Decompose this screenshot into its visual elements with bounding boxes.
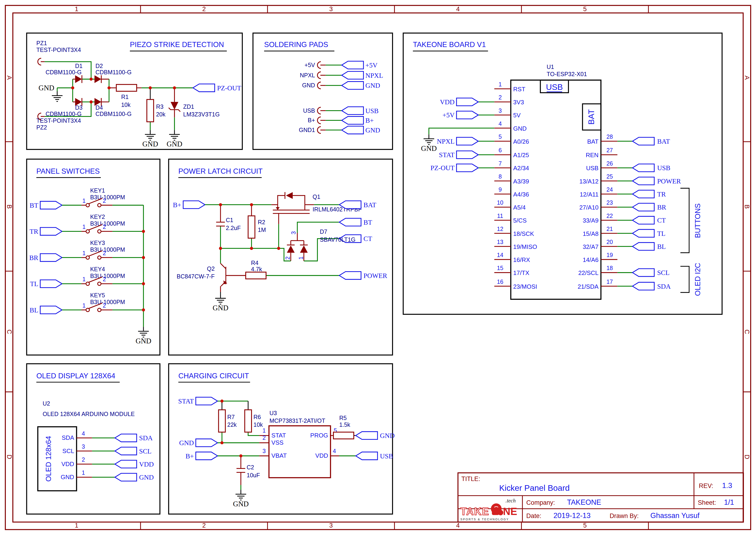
netlabel-power-out: POWER [657,178,681,185]
netlabel-pz-out: PZ-OUT [217,84,241,92]
gnd-symbol-switches[interactable] [138,327,149,337]
netflag-usb[interactable] [341,107,364,115]
netflag-gnd-prog[interactable] [356,432,378,439]
netflag-sda-oled[interactable] [115,434,137,442]
pad-pin-bplus[interactable] [317,117,321,124]
u2-pin-scl-num: 3 [82,443,85,450]
schematic-canvas[interactable]: 1 2 3 4 5 1 2 3 4 5 A B C D A B C D PIEZ… [0,0,756,535]
netflag-bt[interactable] [40,201,62,209]
netflag-tr[interactable] [633,190,654,198]
capacitor-c1[interactable] [216,222,225,226]
pad-row-5v[interactable]: +5V +5V [305,61,378,69]
netflag-npxl[interactable] [341,71,364,79]
netflag-bl[interactable] [633,242,654,250]
netflag-npxl-in[interactable] [457,137,478,145]
frame-row-a-left: A [6,76,13,80]
netflag-power-latch[interactable] [339,272,361,279]
mosfet-q1[interactable] [273,192,310,213]
svg-text:3: 3 [499,107,502,114]
pad-pin-5v[interactable] [317,62,321,69]
netflag-vdd[interactable] [457,98,478,106]
resistor-r4[interactable] [246,272,266,279]
diode-d7-b[interactable] [300,245,308,253]
gnd-symbol-bridge[interactable] [52,91,63,101]
resistor-r7[interactable] [219,410,225,432]
bracket-buttons-label: BUTTONS [694,204,702,238]
netflag-tl[interactable] [633,230,654,237]
switch-row-bl[interactable]: BL KEY5 B3U-1000PM 1 2 [30,292,143,314]
netflag-usb-chg[interactable] [356,452,378,460]
netflag-ct[interactable] [633,216,654,224]
gnd-symbol-zd1[interactable] [169,130,180,140]
title-block: TITLE: Kicker Panel Board REV: 1.3 Compa… [458,473,743,522]
netflag-bat-out[interactable] [633,137,654,145]
svg-text:12: 12 [497,226,503,232]
resistor-r5[interactable] [334,432,354,439]
pad-row-gnd[interactable]: GND GND [302,81,380,89]
netflag-scl-oled[interactable] [115,447,137,455]
netflag-tl-sw[interactable] [40,280,62,288]
titleblock-title: Kicker Panel Board [499,483,570,493]
pad-pin-gnd[interactable] [317,82,321,89]
diode-d2[interactable] [94,75,101,83]
netflag-stat-chg[interactable] [196,397,218,405]
resistor-r3[interactable] [147,99,153,122]
netflag-br-sw[interactable] [40,254,62,262]
netflag-bl-sw[interactable] [40,306,62,314]
u1-right-flags[interactable]: BAT USB POWER TR BR CT TL BL SCL SDA [617,137,681,290]
netflag-tr-sw[interactable] [40,227,62,235]
netflag-bplus-latch[interactable] [183,201,205,209]
pad-pin-gnd1[interactable] [317,127,321,133]
switch-row-tl[interactable]: TL KEY4 B3U-1000PM 1 2 [30,266,144,288]
netflag-scl[interactable] [633,269,654,276]
netflag-plus5v[interactable] [457,111,478,119]
label-key2: KEY2 [90,213,105,220]
pad-pin-usb[interactable] [317,107,321,114]
netflag-pzout-in[interactable] [457,164,478,172]
diode-d7-a[interactable] [287,245,295,253]
netflag-sda[interactable] [633,282,654,290]
svg-text:24: 24 [607,186,613,193]
netflag-br[interactable] [633,203,654,211]
u1-left-flags[interactable]: VDD +5V NPXL STAT PZ-OUT [430,98,494,172]
resistor-r6[interactable] [245,410,252,432]
netlabel-5v: +5V [365,62,377,69]
netflag-pz-out[interactable] [193,84,215,92]
netflag-bplus[interactable] [341,116,364,124]
logo-take-text: TAKE [461,506,489,517]
pad-row-npxl[interactable]: NPXL NPXL [300,71,383,79]
pad-pin-npxl[interactable] [317,72,321,79]
switch-row-br[interactable]: BR KEY3 B3U-1000PM 1 2 [29,239,144,262]
titleblock-sheet-label: Sheet: [698,499,716,506]
gnd-symbol-charging[interactable] [235,490,246,500]
capacitor-c2[interactable] [236,468,245,472]
netflag-vdd-oled[interactable] [115,460,137,468]
switch-row-tr[interactable]: TR KEY2 B3U-1000PM 1 2 [30,213,143,235]
resistor-r2[interactable] [248,216,255,238]
pad-row-bplus[interactable]: B+ B+ [308,116,374,124]
gnd-symbol-latch[interactable] [215,294,226,304]
switch-row-bt[interactable]: BT KEY1 B3U-1000PM 1 2 [30,187,143,209]
netflag-gnd[interactable] [341,81,364,89]
svg-text:8: 8 [499,173,502,180]
netflag-stat-in[interactable] [457,151,478,158]
svg-text:1: 1 [499,81,502,88]
netflag-5v[interactable] [341,61,364,69]
gnd-symbol-r3[interactable] [145,130,156,140]
netflag-power-out[interactable] [633,177,654,185]
block-takeone-board: TAKEONE BOARD V1 U1 TO-ESP32-X01 USB BAT… [403,33,722,314]
netflag-gnd-chg[interactable] [196,439,218,446]
netflag-gnd-oled[interactable] [115,473,137,481]
netflag-bplus-chg[interactable] [196,452,218,460]
netflag-usb-out[interactable] [633,164,654,172]
gnd-symbol-u1[interactable] [423,134,434,145]
pad-row-usb[interactable]: USB USB [303,107,379,115]
pad-row-gnd1[interactable]: GND1 GND [299,126,380,134]
netlabel-bplus-chg: B+ [185,452,194,460]
netflag-bt-latch[interactable] [339,218,361,226]
diode-d1[interactable] [75,75,82,83]
testpoint-pz1-pin[interactable] [38,58,41,65]
resistor-r1[interactable] [116,85,137,91]
netflag-gnd1[interactable] [341,126,364,134]
netlabel-power-latch: POWER [364,272,388,279]
